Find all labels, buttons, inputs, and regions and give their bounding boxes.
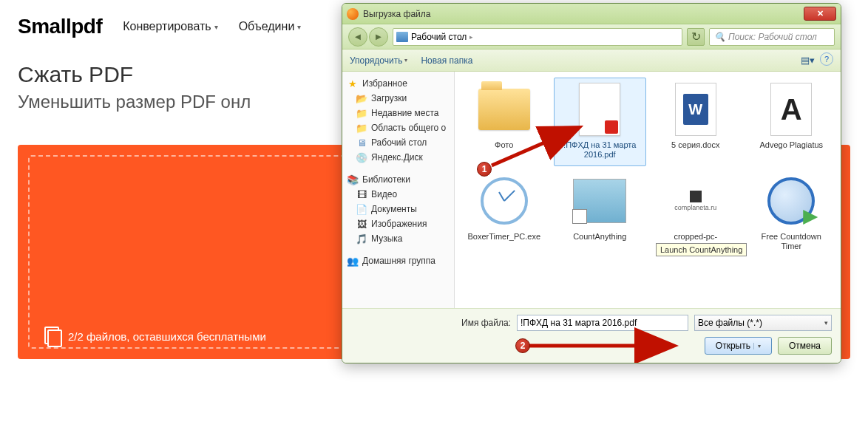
file-item-countdown[interactable]: Free Countdown Timer <box>745 169 838 258</box>
filename-label: Имя файла: <box>461 318 511 328</box>
firefox-icon <box>347 8 359 20</box>
annotation-badge-1: 1 <box>477 162 492 177</box>
titlebar: Выгрузка файла ✕ <box>342 4 841 24</box>
file-item-pdf[interactable]: !ПФХД на 31 марта 2016.pdf <box>554 78 647 166</box>
shortcut-icon <box>573 179 626 223</box>
back-button[interactable]: ◄ <box>348 27 367 47</box>
sidebar-libraries[interactable]: 📚Библиотеки <box>342 172 454 187</box>
folder-icon: 📂 <box>356 92 367 104</box>
filename-input[interactable] <box>517 315 688 331</box>
sidebar-favorites[interactable]: ★Избранное <box>342 76 454 91</box>
file-item-word[interactable]: W 5 серия.docx <box>649 78 742 166</box>
sidebar-downloads[interactable]: 📂Загрузки <box>342 91 454 106</box>
file-item-boxer[interactable]: BoxerTimer_PC.exe <box>458 169 551 258</box>
breadcrumb[interactable]: Рабочий стол ▸ <box>393 28 682 46</box>
file-item-folder[interactable]: Фото <box>458 78 551 166</box>
files-remaining-text: 2/2 файлов, оставшихся бесплатными <box>68 330 266 343</box>
sidebar-videos[interactable]: 🎞Видео <box>342 187 454 202</box>
search-placeholder: Поиск: Рабочий стол <box>728 32 817 42</box>
sidebar-music[interactable]: 🎵Музыка <box>342 231 454 246</box>
annotation-badge-2: 2 <box>515 338 530 353</box>
file-item-countanything[interactable]: CountAnything <box>554 169 647 258</box>
nav-merge[interactable]: Объедини <box>239 20 302 33</box>
clock-icon <box>481 177 528 225</box>
organize-menu[interactable]: Упорядочить <box>350 55 407 66</box>
forward-button[interactable]: ► <box>369 27 388 47</box>
sidebar-pictures[interactable]: 🖼Изображения <box>342 216 454 231</box>
file-list: Фото !ПФХД на 31 марта 2016.pdf W 5 сери… <box>455 72 841 308</box>
desktop-icon <box>396 32 408 42</box>
app-icon: A <box>770 83 812 136</box>
file-item-advego[interactable]: A Advego Plagiatus <box>745 78 838 166</box>
clock-icon <box>767 177 815 225</box>
nav-convert[interactable]: Конвертировать <box>123 20 217 33</box>
library-icon: 📚 <box>347 174 359 185</box>
image-icon: complaneta.ru <box>669 179 722 223</box>
close-button[interactable]: ✕ <box>804 7 836 21</box>
breadcrumb-text: Рабочий стол <box>411 32 467 42</box>
sidebar-recent[interactable]: 📁Недавние места <box>342 106 454 120</box>
tooltip: Launch CountAnything <box>656 243 747 256</box>
toolbar: Упорядочить Новая папка ▤▾ ? <box>342 49 841 72</box>
dialog-title: Выгрузка файла <box>363 9 804 19</box>
word-icon: W <box>675 83 716 136</box>
search-icon: 🔍 <box>714 32 725 42</box>
help-button[interactable]: ? <box>820 52 833 66</box>
desktop-icon: 🖥 <box>356 137 367 148</box>
new-folder-button[interactable]: Новая папка <box>421 55 472 66</box>
open-button[interactable]: Открыть <box>705 337 772 355</box>
files-remaining: 2/2 файлов, оставшихся бесплатными <box>44 327 266 346</box>
dialog-footer: Имя файла: Все файлы (*.*) Открыть Отмен… <box>342 308 841 363</box>
sidebar-public[interactable]: 📁Область общего о <box>342 120 454 135</box>
doc-icon: 📄 <box>356 203 367 215</box>
disk-icon: 💿 <box>356 151 367 163</box>
video-icon: 🎞 <box>356 188 367 200</box>
file-filter-select[interactable]: Все файлы (*.*) <box>694 315 832 331</box>
image-icon: 🖼 <box>356 218 367 230</box>
view-menu[interactable]: ▤▾ <box>799 52 816 69</box>
folder-icon: 📁 <box>356 122 367 134</box>
homegroup-icon: 👥 <box>347 255 359 267</box>
files-icon <box>44 327 61 346</box>
sidebar-desktop[interactable]: 🖥Рабочий стол <box>342 135 454 150</box>
sidebar-homegroup[interactable]: 👥Домашняя группа <box>342 253 454 268</box>
cancel-button[interactable]: Отмена <box>778 337 832 355</box>
logo: Smallpdf <box>18 15 102 38</box>
folder-icon <box>478 89 530 130</box>
sidebar: ★Избранное 📂Загрузки 📁Недавние места 📁Об… <box>342 72 455 308</box>
pdf-icon <box>579 83 620 136</box>
folder-icon: 📁 <box>356 107 367 119</box>
music-icon: 🎵 <box>356 233 367 245</box>
sidebar-yandex[interactable]: 💿Яндекс.Диск <box>342 150 454 165</box>
address-bar: ◄ ► Рабочий стол ▸ ↻ 🔍 Поиск: Рабочий ст… <box>342 24 841 49</box>
star-icon: ★ <box>347 78 359 89</box>
sidebar-documents[interactable]: 📄Документы <box>342 202 454 216</box>
search-input[interactable]: 🔍 Поиск: Рабочий стол <box>709 28 835 46</box>
file-upload-dialog: Выгрузка файла ✕ ◄ ► Рабочий стол ▸ ↻ 🔍 … <box>342 3 841 363</box>
refresh-button[interactable]: ↻ <box>687 28 705 46</box>
